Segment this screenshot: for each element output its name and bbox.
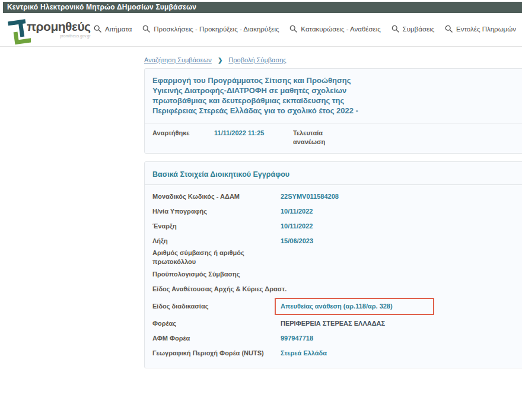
- detail-row: Έναρξη 10/11/2022: [152, 219, 522, 234]
- detail-row-value: Απευθείας ανάθεση (αρ.118/αρ. 328): [275, 298, 434, 315]
- search-icon: [289, 25, 297, 33]
- detail-row-label: Είδος διαδικασίας: [152, 302, 281, 311]
- nav-item-1[interactable]: Αιτήματα: [94, 25, 132, 33]
- nav-menu: Αιτήματα Προσκλήσεις - Προκηρύξεις - Δια…: [94, 25, 516, 33]
- detail-row-label: Η/νία Υπογραφής: [152, 207, 281, 216]
- detail-row-label: Αριθμός σύμβασης ή αριθμός πρωτοκόλλου: [152, 249, 281, 267]
- logo[interactable]: προμηθεύς promitheus.gov.gr: [6, 17, 91, 44]
- search-icon: [142, 25, 150, 33]
- details-card-title: Βασικά Στοιχεία Διοικητικού Εγγράφου: [152, 170, 522, 179]
- breadcrumb-link-search-contracts[interactable]: Αναζήτηση Συμβάσεων: [144, 56, 212, 63]
- detail-row-value: 10/11/2022: [281, 207, 313, 216]
- detail-row-label: Γεωγραφική Περιοχή Φορέα (NUTS): [152, 349, 281, 358]
- contract-title: Εφαρμογή του Προγράμματος Σίτισης και Πρ…: [152, 75, 378, 116]
- nav-item-label: Κατακυρώσεις - Αναθέσεις: [301, 26, 380, 33]
- detail-row-label: ΑΦΜ Φορέα: [152, 334, 281, 343]
- detail-row-value: 10/11/2022: [281, 222, 313, 231]
- detail-row-value: ΠΕΡΙΦΕΡΕΙΑ ΣΤΕΡΕΑΣ ΕΛΛΑΔΑΣ: [281, 319, 385, 328]
- detail-row-label: Λήξη: [152, 237, 281, 246]
- nav-item-5[interactable]: Εντολές Πληρωμών: [445, 25, 516, 33]
- posted-label: Αναρτήθηκε: [152, 129, 214, 138]
- search-icon: [392, 25, 399, 33]
- search-icon: [445, 25, 453, 33]
- nav-item-label: Προσκλήσεις - Προκηρύξεις - Διακηρύξεις: [154, 26, 279, 33]
- top-bar-title: Κεντρικό Ηλεκτρονικό Μητρώο ΔΗμοσίων Συμ…: [3, 2, 522, 13]
- navbar: προμηθεύς promitheus.gov.gr Αιτήματα Προ…: [0, 13, 522, 47]
- detail-row: Είδος Αναθέτουσας Αρχής & Κύριες Δραστ.: [152, 282, 522, 297]
- details-card: Βασικά Στοιχεία Διοικητικού Εγγράφου Μον…: [144, 161, 522, 368]
- detail-row: Είδος διαδικασίας Απευθείας ανάθεση (αρ.…: [152, 297, 522, 316]
- detail-row-value[interactable]: Στερεά Ελλάδα: [281, 349, 327, 358]
- posted-value: 11/11/2022 11:25: [214, 129, 293, 138]
- logo-text: προμηθεύς promitheus.gov.gr: [27, 20, 91, 38]
- breadcrumb: Αναζήτηση Συμβάσεων ❯ Προβολή Σύμβασης: [144, 56, 287, 63]
- nav-item-label: Εντολές Πληρωμών: [456, 26, 516, 33]
- detail-row: Η/νία Υπογραφής 10/11/2022: [152, 204, 522, 219]
- nav-item-4[interactable]: Συμβάσεις: [392, 25, 435, 33]
- detail-row: Λήξη 15/06/2023: [152, 234, 522, 249]
- details-rows: Μοναδικός Κωδικός - ΑΔΑΜ 22SYMV011584208…: [145, 185, 522, 368]
- detail-row-label: Έναρξη: [152, 222, 281, 231]
- detail-row-label: Προϋπολογισμός Σύμβασης: [152, 270, 281, 279]
- summary-card: Εφαρμογή του Προγράμματος Σίτισης και Πρ…: [144, 68, 522, 154]
- detail-row-label: Μοναδικός Κωδικός - ΑΔΑΜ: [152, 192, 281, 201]
- detail-row: Προϋπολογισμός Σύμβασης: [152, 267, 522, 282]
- logo-name: προμηθεύς: [27, 20, 91, 33]
- breadcrumb-link-view-contract[interactable]: Προβολή Σύμβασης: [228, 56, 286, 63]
- nav-item-label: Συμβάσεις: [403, 26, 435, 33]
- summary-footer: Αναρτήθηκε 11/11/2022 11:25 Τελευταία αν…: [145, 123, 522, 153]
- detail-row: Φορέας ΠΕΡΙΦΕΡΕΙΑ ΣΤΕΡΕΑΣ ΕΛΛΑΔΑΣ: [152, 316, 522, 331]
- top-bar: Κεντρικό Ηλεκτρονικό Μητρώο ΔΗμοσίων Συμ…: [3, 2, 522, 13]
- detail-row-value: 15/06/2023: [281, 237, 313, 246]
- detail-row-value: 22SYMV011584208: [281, 192, 339, 201]
- detail-row: Μοναδικός Κωδικός - ΑΔΑΜ 22SYMV011584208: [152, 189, 522, 204]
- nav-item-label: Αιτήματα: [105, 26, 132, 33]
- nav-item-2[interactable]: Προσκλήσεις - Προκηρύξεις - Διακηρύξεις: [142, 25, 279, 33]
- detail-row: Γεωγραφική Περιοχή Φορέα (NUTS) Στερεά Ε…: [152, 346, 522, 361]
- detail-row: ΑΦΜ Φορέα 997947718: [152, 331, 522, 346]
- detail-row: Αριθμός σύμβασης ή αριθμός πρωτοκόλλου: [152, 249, 522, 267]
- breadcrumb-separator-icon: ❯: [218, 57, 222, 63]
- search-icon: [94, 25, 101, 33]
- nav-item-3[interactable]: Κατακυρώσεις - Αναθέσεις: [289, 25, 380, 33]
- page: Κεντρικό Ηλεκτρονικό Μητρώο ΔΗμοσίων Συμ…: [0, 0, 522, 420]
- detail-row-label: Είδος Αναθέτουσας Αρχής & Κύριες Δραστ.: [152, 285, 291, 294]
- detail-row-value: 997947718: [281, 334, 313, 343]
- detail-row-label: Φορέας: [152, 319, 281, 328]
- last-update-label: Τελευταία ανανέωση: [293, 129, 331, 147]
- logo-subtitle: promitheus.gov.gr: [60, 34, 91, 38]
